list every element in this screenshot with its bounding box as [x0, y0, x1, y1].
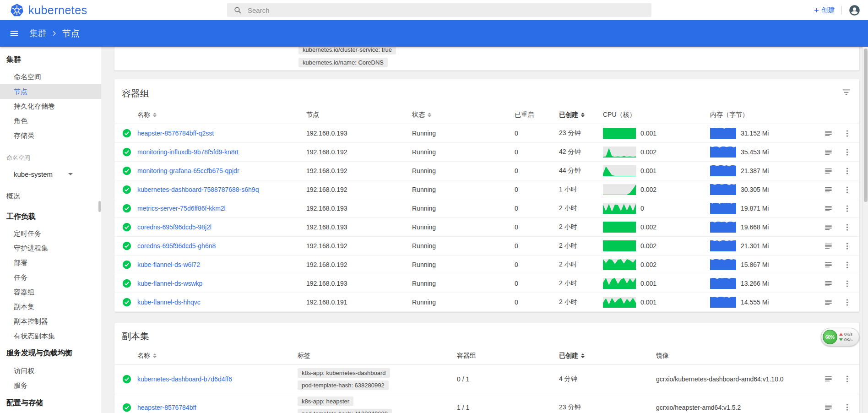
replicaset-table-row[interactable]: kubernetes-dashboard-b7d6d4ff6 k8s-app: … — [114, 365, 859, 393]
column-header-name[interactable]: 名称 — [137, 111, 306, 119]
replicaset-name-link[interactable]: heapster-8576784bff — [137, 404, 196, 411]
sidebar-item-jobs[interactable]: 任务 — [0, 270, 101, 285]
column-header-created[interactable]: 已创建 — [559, 111, 603, 119]
column-header-restarts[interactable]: 已重启 — [515, 111, 559, 119]
column-header-created[interactable]: 已创建 — [559, 352, 656, 360]
kubernetes-logo[interactable]: kubernetes — [0, 3, 87, 17]
sidebar-item-daemon-sets[interactable]: 守护进程集 — [0, 241, 101, 255]
sidebar-scrollbar-thumb[interactable] — [98, 201, 101, 212]
menu-hamburger-icon[interactable] — [9, 28, 19, 38]
memory-sparkline — [710, 165, 736, 176]
sidebar-item-pods[interactable]: 容器组 — [0, 285, 101, 299]
pod-table-row[interactable]: metrics-server-75d6ff86f-kkm2l 192.168.0… — [114, 199, 859, 218]
sidebar-item-namespaces[interactable]: 命名空间 — [0, 70, 101, 84]
kebab-menu-icon[interactable] — [843, 261, 852, 269]
user-avatar-icon[interactable] — [848, 4, 861, 16]
replicaset-table-row[interactable]: heapster-8576784bff k8s-app: heapsterpod… — [114, 393, 859, 413]
logs-icon[interactable] — [824, 129, 833, 138]
pod-table-row[interactable]: monitoring-grafana-65ccfb675-qpjdr 192.1… — [114, 162, 859, 180]
net-speed-widget[interactable]: 60% 0K/s 0K/s — [821, 328, 859, 346]
sidebar-item-stateful-sets[interactable]: 有状态副本集 — [0, 329, 101, 343]
sidebar-section-workloads[interactable]: 工作负载 — [0, 211, 101, 222]
column-header-name[interactable]: 名称 — [137, 352, 298, 360]
logs-icon[interactable] — [824, 242, 833, 250]
pod-name-link[interactable]: kube-flannel-ds-hhqvc — [137, 299, 201, 306]
column-header-node[interactable]: 节点 — [306, 111, 412, 119]
namespace-select[interactable]: kube-system — [0, 168, 101, 180]
header-divider — [841, 6, 842, 14]
pod-table-row[interactable]: kubernetes-dashboard-7588787688-s6h9q 19… — [114, 180, 859, 199]
status-ok-icon — [122, 298, 131, 307]
kebab-menu-icon[interactable] — [843, 223, 852, 232]
pod-table-row[interactable]: heapster-8576784bff-q2sst 192.168.0.193 … — [114, 124, 859, 143]
filter-icon[interactable] — [841, 87, 851, 97]
pod-name-link[interactable]: kube-flannel-ds-w6l72 — [137, 261, 200, 268]
memory-value: 19.668 Mi — [741, 223, 769, 231]
status-ok-icon — [122, 260, 131, 269]
pod-name-link[interactable]: kubernetes-dashboard-7588787688-s6h9q — [137, 186, 259, 193]
logs-icon[interactable] — [824, 403, 833, 412]
replicasets-table-body: kubernetes-dashboard-b7d6d4ff6 k8s-app: … — [114, 365, 859, 413]
pod-node: 192.168.0.192 — [306, 261, 412, 268]
logs-icon[interactable] — [824, 261, 833, 269]
pod-name-link[interactable]: metrics-server-75d6ff86f-kkm2l — [137, 205, 226, 212]
pod-table-row[interactable]: monitoring-influxdb-9b78f5fd9-kn8rt 192.… — [114, 143, 859, 162]
pod-name-link[interactable]: coredns-695f96dcd5-98j2l — [137, 223, 212, 231]
kebab-menu-icon[interactable] — [843, 185, 852, 194]
kebab-menu-icon[interactable] — [843, 298, 852, 307]
logs-icon[interactable] — [824, 204, 833, 213]
upload-arrow-icon — [839, 333, 843, 336]
pod-name-link[interactable]: monitoring-grafana-65ccfb675-qpjdr — [137, 167, 239, 174]
sidebar-item-ingresses[interactable]: 访问权 — [0, 364, 101, 378]
sidebar-item-storage-classes[interactable]: 存储类 — [0, 128, 101, 143]
labels-chip-list: kubernetes.io/cluster-service: truekuber… — [298, 47, 396, 67]
search-input[interactable] — [248, 6, 614, 14]
sidebar-item-cron-jobs[interactable]: 定时任务 — [0, 226, 101, 241]
sidebar-item-persistent-volumes[interactable]: 持久化存储卷 — [0, 99, 101, 114]
create-button[interactable]: + 创建 — [814, 6, 835, 15]
sidebar-section-discovery[interactable]: 服务发现与负载均衡 — [0, 348, 101, 359]
kebab-menu-icon[interactable] — [843, 279, 852, 288]
sidebar-item-deployments[interactable]: 部署 — [0, 255, 101, 270]
status-ok-icon — [122, 185, 131, 194]
kebab-menu-icon[interactable] — [843, 204, 852, 213]
pod-node: 192.168.0.193 — [306, 130, 412, 137]
kebab-menu-icon[interactable] — [843, 403, 852, 412]
logs-icon[interactable] — [824, 298, 833, 307]
sidebar-item-roles[interactable]: 角色 — [0, 114, 101, 128]
logs-icon[interactable] — [824, 375, 833, 383]
logs-icon[interactable] — [824, 223, 833, 232]
pod-table-row[interactable]: kube-flannel-ds-w6l72 192.168.0.192 Runn… — [114, 255, 859, 274]
kebab-menu-icon[interactable] — [843, 167, 852, 175]
sidebar-item-services[interactable]: 服务 — [0, 378, 101, 393]
status-ok-icon — [122, 375, 131, 384]
pod-table-row[interactable]: kube-flannel-ds-wswkp 192.168.0.193 Runn… — [114, 274, 859, 293]
replicaset-name-link[interactable]: kubernetes-dashboard-b7d6d4ff6 — [137, 375, 232, 383]
sidebar-item-overview[interactable]: 概况 — [0, 189, 101, 203]
kebab-menu-icon[interactable] — [843, 242, 852, 250]
page-scrollbar-thumb[interactable] — [864, 49, 868, 202]
pod-table-row[interactable]: kube-flannel-ds-hhqvc 192.168.0.191 Runn… — [114, 293, 859, 312]
sidebar-item-replica-sets[interactable]: 副本集 — [0, 299, 101, 314]
pod-name-link[interactable]: monitoring-influxdb-9b78f5fd9-kn8rt — [137, 148, 239, 156]
sidebar-section-cluster[interactable]: 集群 — [0, 54, 101, 65]
breadcrumb-cluster[interactable]: 集群 — [29, 27, 47, 39]
sidebar-item-nodes[interactable]: 节点 — [0, 84, 101, 99]
kebab-menu-icon[interactable] — [843, 375, 852, 383]
logs-icon[interactable] — [824, 167, 833, 175]
pod-name-link[interactable]: heapster-8576784bff-q2sst — [137, 130, 214, 137]
kebab-menu-icon[interactable] — [843, 148, 852, 157]
logs-icon[interactable] — [824, 279, 833, 288]
pod-table-row[interactable]: coredns-695f96dcd5-98j2l 192.168.0.193 R… — [114, 218, 859, 237]
pod-name-link[interactable]: coredns-695f96dcd5-gh6n8 — [137, 242, 216, 250]
kebab-menu-icon[interactable] — [843, 129, 852, 138]
namespace-caption: 命名空间 — [0, 153, 101, 163]
sidebar-section-config-storage[interactable]: 配置与存储 — [0, 397, 101, 408]
pod-name-link[interactable]: kube-flannel-ds-wswkp — [137, 280, 202, 287]
column-header-status[interactable]: 状态 — [412, 111, 515, 119]
logs-icon[interactable] — [824, 148, 833, 157]
sidebar-item-replication-controllers[interactable]: 副本控制器 — [0, 314, 101, 329]
pod-table-row[interactable]: coredns-695f96dcd5-gh6n8 192.168.0.192 R… — [114, 237, 859, 255]
net-widget-percent-badge: 60% — [823, 330, 837, 344]
logs-icon[interactable] — [824, 185, 833, 194]
